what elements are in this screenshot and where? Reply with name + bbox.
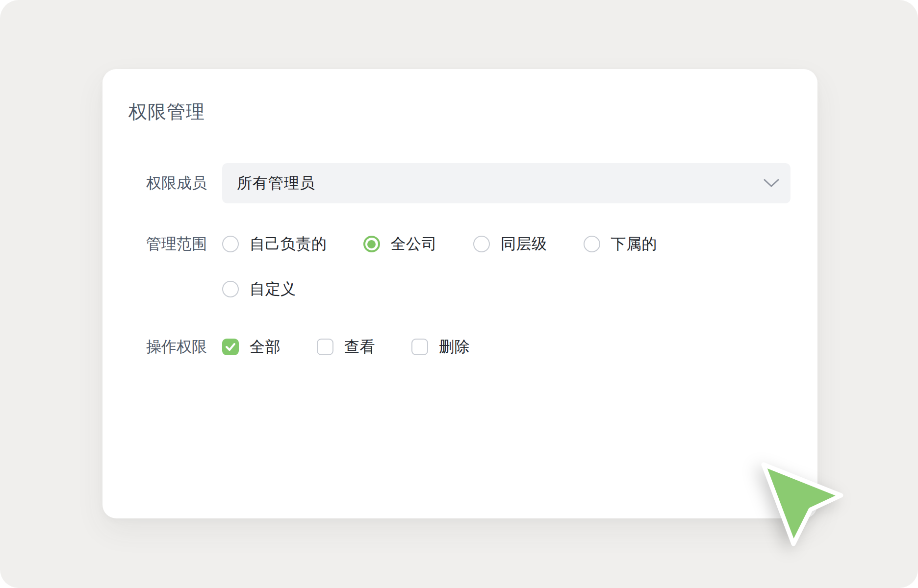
radio-label: 下属的 [611, 234, 658, 254]
radio-unchecked-icon[interactable] [222, 236, 239, 252]
checkbox-option-view[interactable]: 查看 [317, 337, 375, 357]
radio-label: 同层级 [501, 234, 547, 254]
checkbox-label: 全部 [250, 337, 280, 357]
radio-unchecked-icon[interactable] [473, 236, 490, 252]
radio-option-subordinates[interactable]: 下属的 [584, 234, 658, 254]
radio-checked-icon[interactable] [363, 236, 380, 252]
checkbox-checked-icon[interactable] [222, 339, 239, 355]
chevron-down-icon [763, 178, 780, 188]
radio-label: 自定义 [250, 279, 296, 299]
permission-panel: 权限管理 权限成员 所有管理员 管理范围 自己负责的 全公司 同层级 [102, 69, 817, 518]
member-select[interactable]: 所有管理员 [222, 163, 790, 203]
radio-option-self-responsible[interactable]: 自己负责的 [222, 234, 327, 254]
radio-option-whole-company[interactable]: 全公司 [363, 234, 437, 254]
checkbox-label: 查看 [344, 337, 375, 357]
radio-label: 自己负责的 [250, 234, 327, 254]
radio-unchecked-icon[interactable] [222, 281, 239, 297]
checkbox-option-delete[interactable]: 删除 [411, 337, 470, 357]
radio-label: 全公司 [391, 234, 437, 254]
member-field-label: 权限成员 [118, 175, 207, 192]
scope-radio-row-1: 自己负责的 全公司 同层级 下属的 [222, 236, 657, 252]
page-title: 权限管理 [128, 99, 205, 124]
screen-background: 权限管理 权限成员 所有管理员 管理范围 自己负责的 全公司 同层级 [0, 0, 918, 588]
radio-option-custom[interactable]: 自定义 [222, 279, 296, 299]
radio-option-same-level[interactable]: 同层级 [473, 234, 547, 254]
member-select-value: 所有管理员 [237, 173, 763, 194]
checkbox-unchecked-icon[interactable] [317, 339, 333, 355]
checkbox-label: 删除 [439, 337, 470, 357]
radio-unchecked-icon[interactable] [584, 236, 600, 252]
checkbox-option-all[interactable]: 全部 [222, 337, 280, 357]
checkbox-unchecked-icon[interactable] [411, 339, 428, 355]
actions-field-label: 操作权限 [118, 339, 207, 355]
scope-field-label: 管理范围 [118, 236, 207, 252]
actions-checkbox-row: 全部 查看 删除 [222, 339, 470, 355]
checkmark-icon [225, 341, 236, 353]
scope-radio-row-2: 自定义 [222, 281, 296, 297]
